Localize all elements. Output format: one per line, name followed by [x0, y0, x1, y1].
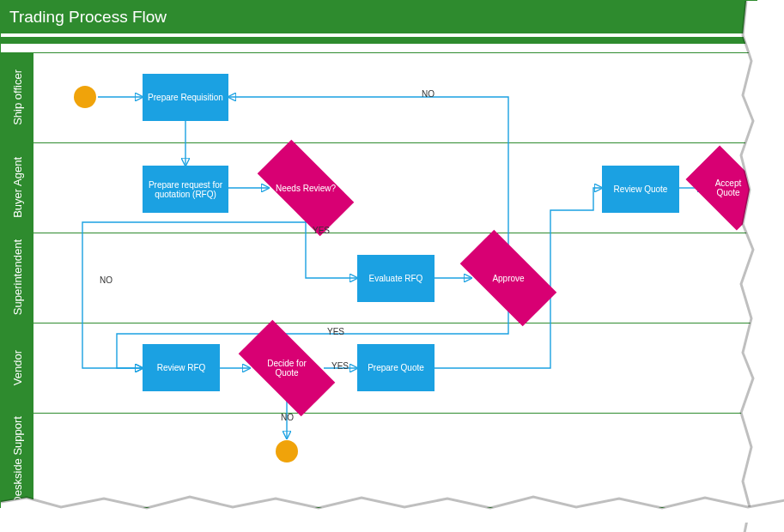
end-node: [276, 440, 298, 462]
decision-needs-review: Needs Review?: [269, 164, 343, 212]
edge-label-yes: YES: [327, 327, 344, 336]
edge-label-no: NO: [281, 413, 294, 422]
connector-layer: [1, 1, 757, 507]
torn-edge-bottom: [1, 493, 784, 523]
node-label: Review Quote: [614, 184, 668, 194]
edge-label-yes: YES: [331, 361, 349, 371]
swimlane-diagram: Trading Process Flow Ship officer Buyer …: [0, 0, 757, 508]
lane-separator: [1, 323, 757, 323]
node-label: Prepare request for quotation (RFQ): [146, 180, 225, 199]
process-review-quote: Review Quote: [602, 166, 679, 213]
node-label: Prepare Quote: [368, 363, 424, 372]
lane-label: Superintendent: [11, 239, 24, 315]
process-evaluate-rfq: Evaluate RFQ: [357, 255, 435, 302]
edge-label-yes: YES: [313, 226, 330, 235]
edge-label-no: NO: [422, 89, 435, 99]
torn-edge-right: [738, 1, 772, 532]
lane-header-buyer-agent: Buyer Agent: [1, 142, 33, 233]
lane-label: Ship officer: [11, 70, 24, 125]
lane-separator: [1, 142, 757, 143]
process-prepare-rfq: Prepare request for quotation (RFQ): [143, 166, 228, 213]
lane-header-deskside-support: Deskside Support: [1, 413, 33, 507]
lane-header-vendor: Vendor: [1, 323, 33, 413]
process-prepare-quote: Prepare Quote: [357, 344, 435, 391]
process-review-rfq: Review RFQ: [143, 344, 220, 391]
lane-separator: [1, 413, 757, 414]
lane-header-ship-officer: Ship officer: [1, 52, 33, 142]
decision-accept-quote: Accept Quote: [698, 164, 758, 212]
lane-separator: [1, 52, 757, 53]
node-label: Evaluate RFQ: [369, 274, 423, 283]
node-label: Decide for Quote: [255, 359, 319, 378]
diagram-title: Trading Process Flow: [9, 8, 167, 27]
lane-label: Deskside Support: [11, 416, 24, 505]
node-label: Approve: [492, 274, 524, 283]
node-label: Needs Review?: [276, 184, 336, 193]
node-label: Review RFQ: [157, 363, 206, 372]
edge-label-no: NO: [100, 275, 112, 285]
decision-approve: Approve: [471, 254, 545, 302]
node-label: Prepare Requisition: [148, 93, 223, 102]
lane-label: Vendor: [11, 350, 24, 385]
process-prepare-requisition: Prepare Requisition: [143, 74, 228, 121]
lane-header-superintendent: Superintendent: [1, 233, 33, 323]
diagram-title-bar: Trading Process Flow: [1, 1, 757, 33]
lane-separator: [1, 233, 757, 233]
lane-label: Buyer Agent: [11, 157, 24, 218]
start-node: [74, 86, 96, 108]
decision-decide-quote: Decide for Quote: [250, 344, 324, 392]
node-label: Accept Quote: [703, 178, 753, 197]
diagram-title-accent: [1, 37, 757, 44]
